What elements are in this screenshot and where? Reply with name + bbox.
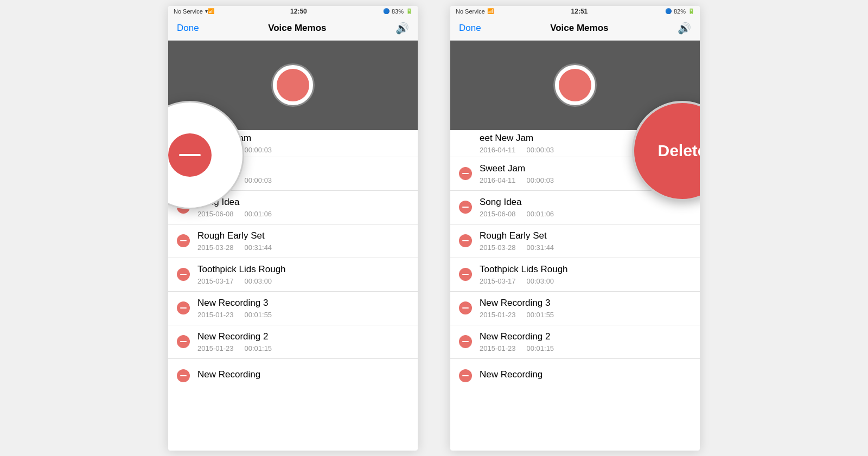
right-speaker-icon[interactable]: 🔊 <box>678 22 691 35</box>
right-minus-rec1[interactable] <box>459 369 472 382</box>
left-status-left: No Service ▾📶 <box>174 8 214 15</box>
right-date-rec3: 2015-01-23 <box>480 311 516 319</box>
left-item-meta-rec3: 2015-01-23 00:01:55 <box>197 311 409 319</box>
left-item-name-song-idea: Song Idea <box>197 197 409 208</box>
left-date-rec2: 2015-01-23 <box>197 344 234 352</box>
list-item: Toothpick Lids Rough 2015-03-17 00:03:00 <box>168 258 418 292</box>
left-minus-rough-early[interactable] <box>177 234 190 247</box>
right-date-sweet-jam: 2016-04-11 <box>480 176 516 184</box>
right-nav-title: Voice Memos <box>550 23 608 34</box>
left-wifi-icon: ▾📶 <box>205 8 214 14</box>
right-minus-song-idea[interactable] <box>459 201 472 214</box>
left-item-info-rec1: New Recording <box>197 369 409 382</box>
right-item-info-rough-early: Rough Early Set 2015-03-28 00:31:44 <box>480 230 691 252</box>
right-date-song-idea: 2015-06-08 <box>480 210 516 218</box>
left-date-rec3: 2015-01-23 <box>197 311 234 319</box>
right-status-right: 🔵 82% 🔋 <box>665 8 694 15</box>
right-minus-sweet-jam[interactable] <box>459 167 472 180</box>
left-item-name-rough-early: Rough Early Set <box>197 230 409 241</box>
right-item-name-toothpick: Toothpick Lids Rough <box>480 264 691 275</box>
right-minus-rough-early[interactable] <box>459 234 472 247</box>
right-minus-rec3[interactable] <box>459 301 472 314</box>
left-dur-rec3: 00:01:55 <box>245 311 272 319</box>
left-item-meta-rough-early: 2015-03-28 00:31:44 <box>197 243 409 252</box>
left-status-bar: No Service ▾📶 12:50 🔵 83% 🔋 <box>168 6 418 17</box>
right-item-info-rec2: New Recording 2 2015-01-23 00:01:15 <box>480 331 691 352</box>
right-minus-rec2[interactable] <box>459 335 472 348</box>
list-item: New Recording <box>450 359 700 393</box>
left-record-button[interactable] <box>271 63 315 107</box>
right-item-meta-song-idea: 2015-06-08 00:01:06 <box>480 210 691 218</box>
list-item: Rough Early Set 2015-03-28 00:31:44 <box>450 224 700 258</box>
left-speaker-icon[interactable]: 🔊 <box>395 22 409 35</box>
left-battery-icon: 🔋 <box>406 8 412 14</box>
left-no-service: No Service <box>174 8 203 15</box>
left-nav-title: Voice Memos <box>268 23 326 34</box>
right-item-info-toothpick: Toothpick Lids Rough 2015-03-17 00:03:00 <box>480 264 691 285</box>
list-item: Toothpick Lids Rough 2015-03-17 00:03:00 <box>450 258 700 292</box>
right-no-service: No Service <box>456 8 485 15</box>
right-status-bar: No Service 📶 12:51 🔵 82% 🔋 <box>450 6 700 17</box>
left-dur-song-idea: 00:01:06 <box>245 210 272 218</box>
left-phone: No Service ▾📶 12:50 🔵 83% 🔋 Done Voice M… <box>168 6 418 451</box>
right-record-inner <box>559 69 591 101</box>
right-dur-song-idea: 00:01:06 <box>527 210 554 218</box>
left-minus-rec3[interactable] <box>177 301 190 314</box>
left-partial-duration: 00:00:03 <box>245 146 272 154</box>
left-status-right: 🔵 83% 🔋 <box>383 8 412 15</box>
list-item: New Recording 2 2015-01-23 00:01:15 <box>168 325 418 359</box>
left-date-rough-early: 2015-03-28 <box>197 243 234 252</box>
left-item-name-rec3: New Recording 3 <box>197 298 409 309</box>
left-item-meta-toothpick: 2015-03-17 00:03:00 <box>197 277 409 285</box>
left-record-inner <box>277 69 309 101</box>
left-item-name-rec1: New Recording <box>197 369 409 380</box>
left-dur-sweet-jam: 00:00:03 <box>245 176 272 184</box>
right-item-name-song-idea: Song Idea <box>480 197 691 208</box>
left-item-info-rec2: New Recording 2 2015-01-23 00:01:15 <box>197 331 409 352</box>
left-minus-toothpick[interactable] <box>177 268 190 281</box>
right-item-name-rec3: New Recording 3 <box>480 298 691 309</box>
right-battery: 82% <box>674 8 686 15</box>
right-item-info-song-idea: Song Idea 2015-06-08 00:01:06 <box>480 197 691 218</box>
right-time: 12:51 <box>571 8 588 15</box>
right-partial-duration: 00:00:03 <box>527 146 554 154</box>
right-record-button[interactable] <box>553 63 597 107</box>
left-item-meta-rec2: 2015-01-23 00:01:15 <box>197 344 409 352</box>
list-item: Rough Early Set 2015-03-28 00:31:44 <box>168 224 418 258</box>
left-magnify-minus-icon[interactable] <box>168 133 212 177</box>
right-item-name-rough-early: Rough Early Set <box>480 230 691 241</box>
left-done-button[interactable]: Done <box>177 23 199 34</box>
right-item-meta-rough-early: 2015-03-28 00:31:44 <box>480 243 691 252</box>
right-wifi-icon: 📶 <box>487 8 494 14</box>
left-item-meta-song-idea: 2015-06-08 00:01:06 <box>197 210 409 218</box>
right-bluetooth-icon: 🔵 <box>665 8 672 14</box>
right-dur-toothpick: 00:03:00 <box>527 277 554 285</box>
right-item-info-rec3: New Recording 3 2015-01-23 00:01:55 <box>480 298 691 319</box>
left-battery: 83% <box>392 8 404 15</box>
right-item-meta-rec3: 2015-01-23 00:01:55 <box>480 311 691 319</box>
right-dur-rec2: 00:01:15 <box>527 344 554 352</box>
right-delete-label: Delete <box>658 142 700 160</box>
left-minus-rec2[interactable] <box>177 335 190 348</box>
left-dur-rec2: 00:01:15 <box>245 344 272 352</box>
left-bluetooth-icon: 🔵 <box>383 8 390 14</box>
right-done-button[interactable]: Done <box>459 23 481 34</box>
left-item-info-toothpick: Toothpick Lids Rough 2015-03-17 00:03:00 <box>197 264 409 285</box>
right-nav-bar: Done Voice Memos 🔊 <box>450 17 700 41</box>
left-item-info-rec3: New Recording 3 2015-01-23 00:01:55 <box>197 298 409 319</box>
list-item: New Recording 3 2015-01-23 00:01:55 <box>168 292 418 325</box>
right-minus-toothpick[interactable] <box>459 268 472 281</box>
right-status-left: No Service 📶 <box>456 8 494 15</box>
left-item-info-song-idea: Song Idea 2015-06-08 00:01:06 <box>197 197 409 218</box>
right-date-rough-early: 2015-03-28 <box>480 243 516 252</box>
left-time: 12:50 <box>290 8 307 15</box>
left-item-name-toothpick: Toothpick Lids Rough <box>197 264 409 275</box>
right-battery-icon: 🔋 <box>688 8 694 14</box>
right-item-info-rec1: New Recording <box>480 369 691 382</box>
left-item-info-rough-early: Rough Early Set 2015-03-28 00:31:44 <box>197 230 409 252</box>
left-minus-rec1[interactable] <box>177 369 190 382</box>
left-dur-toothpick: 00:03:00 <box>245 277 272 285</box>
right-date-toothpick: 2015-03-17 <box>480 277 516 285</box>
left-item-name-rec2: New Recording 2 <box>197 331 409 342</box>
right-phone: No Service 📶 12:51 🔵 82% 🔋 Done Voice Me… <box>450 6 700 451</box>
